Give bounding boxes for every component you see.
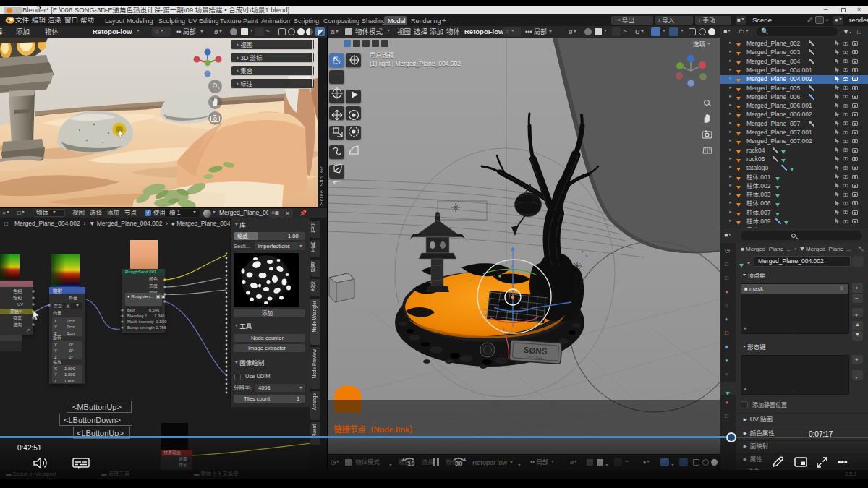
svg-text:SØNS: SØNS [523,346,548,356]
